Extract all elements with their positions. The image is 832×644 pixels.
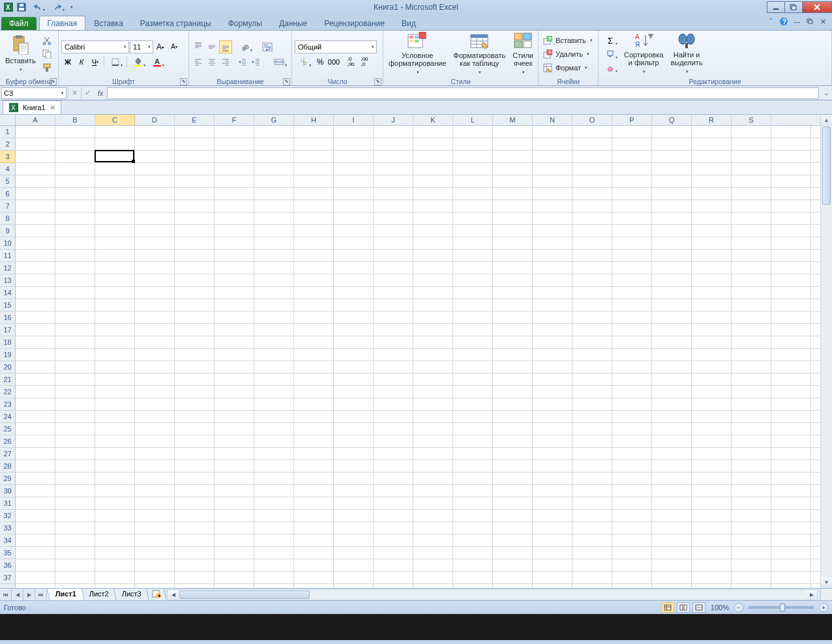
wrap-text-button[interactable] xyxy=(261,40,274,53)
format-painter-button[interactable] xyxy=(40,61,53,74)
shrink-font-button[interactable]: A▾ xyxy=(168,40,181,53)
row-header-14[interactable]: 14 xyxy=(0,287,15,299)
row-header-28[interactable]: 28 xyxy=(0,460,15,473)
normal-view-button[interactable] xyxy=(661,602,674,613)
tab-Формулы[interactable]: Формулы xyxy=(220,16,271,30)
align-right-button[interactable] xyxy=(219,55,232,68)
col-header-O[interactable]: O xyxy=(572,115,612,125)
split-box[interactable] xyxy=(820,589,832,600)
currency-button[interactable] xyxy=(295,55,313,68)
expand-formula-button[interactable]: ⌄ xyxy=(820,89,832,97)
col-header-S[interactable]: S xyxy=(732,115,771,125)
row-header-25[interactable]: 25 xyxy=(0,423,15,435)
tab-Разметка страницы[interactable]: Разметка страницы xyxy=(132,16,220,30)
col-header-L[interactable]: L xyxy=(453,115,493,125)
row-header-18[interactable]: 18 xyxy=(0,336,15,349)
minimize-button[interactable] xyxy=(767,1,785,13)
col-header-R[interactable]: R xyxy=(692,115,732,125)
row-header-27[interactable]: 27 xyxy=(0,448,15,460)
tab-Данные[interactable]: Данные xyxy=(271,16,316,30)
align-left-button[interactable] xyxy=(192,55,205,68)
tab-Вставка[interactable]: Вставка xyxy=(85,16,132,30)
cells-area[interactable] xyxy=(16,126,820,588)
next-sheet-button[interactable]: ▶ xyxy=(23,589,35,600)
sort-filter-button[interactable]: АЯ Сортировка и фильтр xyxy=(621,33,666,76)
row-header-7[interactable]: 7 xyxy=(0,200,15,212)
close-button[interactable] xyxy=(802,1,832,13)
decrease-indent-button[interactable] xyxy=(236,55,249,68)
cancel-formula-button[interactable]: ✕ xyxy=(68,87,81,99)
sheet-tab-Лист3[interactable]: Лист3 xyxy=(113,589,150,601)
fill-button[interactable] xyxy=(601,48,619,61)
row-header-20[interactable]: 20 xyxy=(0,361,15,373)
redo-button[interactable] xyxy=(48,1,67,13)
row-header-2[interactable]: 2 xyxy=(0,138,15,151)
col-header-Q[interactable]: Q xyxy=(652,115,692,125)
underline-button[interactable]: Ч▾ xyxy=(89,55,102,68)
increase-decimal-button[interactable]: ,0,00 xyxy=(344,55,357,68)
scroll-down-button[interactable]: ▼ xyxy=(821,577,832,588)
zoom-slider[interactable] xyxy=(749,606,814,609)
row-header-10[interactable]: 10 xyxy=(0,237,15,250)
tab-Вид[interactable]: Вид xyxy=(393,16,424,30)
bold-button[interactable]: Ж xyxy=(61,55,74,68)
workbook-tab[interactable]: X Книга1 ✕ xyxy=(3,100,61,114)
row-header-35[interactable]: 35 xyxy=(0,547,15,559)
vscroll-thumb[interactable] xyxy=(822,126,831,205)
orientation-button[interactable]: ab xyxy=(236,40,254,53)
row-header-13[interactable]: 13 xyxy=(0,274,15,287)
comma-button[interactable]: 000 xyxy=(327,55,340,68)
scroll-left-button[interactable]: ◀ xyxy=(168,590,179,600)
row-header-36[interactable]: 36 xyxy=(0,559,15,572)
font-size-combo[interactable]: 11 xyxy=(130,40,153,53)
scroll-right-button[interactable]: ▶ xyxy=(806,590,817,600)
sheet-tab-Лист1[interactable]: Лист1 xyxy=(47,589,85,601)
fill-color-button[interactable] xyxy=(129,55,147,68)
row-header-23[interactable]: 23 xyxy=(0,398,15,411)
formula-input[interactable] xyxy=(107,87,819,99)
align-middle-button[interactable] xyxy=(205,40,218,53)
clipboard-dialog[interactable]: ⬊ xyxy=(50,78,57,85)
col-header-C[interactable]: C xyxy=(95,115,135,125)
row-header-17[interactable]: 17 xyxy=(0,324,15,336)
col-header-K[interactable]: K xyxy=(413,115,453,125)
row-header-11[interactable]: 11 xyxy=(0,250,15,262)
horizontal-scrollbar[interactable]: ◀ ▶ xyxy=(167,589,818,600)
align-top-button[interactable] xyxy=(192,40,205,53)
row-header-30[interactable]: 30 xyxy=(0,485,15,497)
enter-formula-button[interactable]: ✓ xyxy=(81,87,94,99)
pagebreak-view-button[interactable] xyxy=(692,602,706,613)
col-header-D[interactable]: D xyxy=(135,115,175,125)
row-header-21[interactable]: 21 xyxy=(0,373,15,386)
sheet-tab-Лист2[interactable]: Лист2 xyxy=(81,589,117,601)
file-tab[interactable]: Файл xyxy=(1,17,37,30)
format-table-button[interactable]: Форматировать как таблицу xyxy=(451,33,508,76)
number-format-combo[interactable]: Общий xyxy=(295,40,377,53)
row-header-33[interactable]: 33 xyxy=(0,522,15,534)
row-header-26[interactable]: 26 xyxy=(0,435,15,448)
row-header-29[interactable]: 29 xyxy=(0,473,15,485)
save-button[interactable] xyxy=(16,1,27,13)
undo-button[interactable] xyxy=(29,1,47,13)
zoom-level[interactable]: 100% xyxy=(711,604,729,611)
find-select-button[interactable]: Найти и выделить xyxy=(668,33,705,76)
row-header-9[interactable]: 9 xyxy=(0,225,15,237)
autosum-button[interactable]: Σ xyxy=(601,34,619,47)
row-header-1[interactable]: 1 xyxy=(0,126,15,138)
col-header-J[interactable]: J xyxy=(374,115,413,125)
col-header-E[interactable]: E xyxy=(175,115,215,125)
first-sheet-button[interactable]: ⏮ xyxy=(0,589,12,600)
cut-button[interactable] xyxy=(40,34,53,47)
ribbon-min-icon[interactable]: ˆ xyxy=(765,16,776,27)
row-header-5[interactable]: 5 xyxy=(0,175,15,188)
col-header-A[interactable]: A xyxy=(16,115,55,125)
row-header-6[interactable]: 6 xyxy=(0,188,15,200)
number-dialog[interactable]: ⬊ xyxy=(374,78,381,85)
col-header-B[interactable]: B xyxy=(55,115,95,125)
name-box[interactable]: C3 xyxy=(1,87,67,99)
wb-restore-icon[interactable] xyxy=(805,16,815,27)
last-sheet-button[interactable]: ⏭ xyxy=(35,589,47,600)
row-header-3[interactable]: 3 xyxy=(0,151,15,163)
col-header-P[interactable]: P xyxy=(612,115,652,125)
hscroll-thumb[interactable] xyxy=(179,591,310,599)
